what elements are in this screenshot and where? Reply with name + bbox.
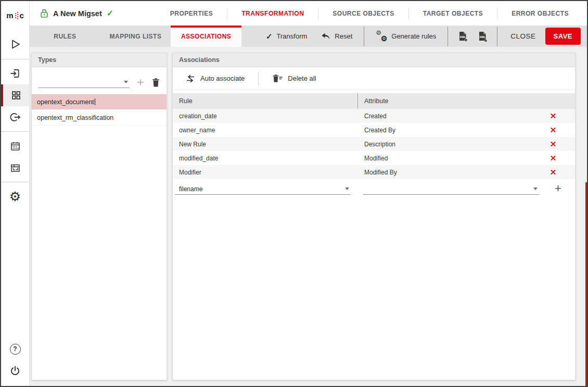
sidebar-item-help[interactable]: ? xyxy=(1,338,29,360)
new-rule-value: filename xyxy=(179,185,202,193)
scheduler-calendar-icon xyxy=(10,141,21,152)
chevron-down-icon xyxy=(124,81,128,83)
toolbar-separator xyxy=(364,27,364,46)
associations-toolbar: Auto associate Delete all xyxy=(173,67,575,90)
delete-association-button[interactable]: ✕ xyxy=(550,154,557,163)
delete-association-button[interactable]: ✕ xyxy=(550,126,557,134)
close-button[interactable]: CLOSE xyxy=(502,32,544,40)
xml-download-icon: XML xyxy=(477,31,488,42)
sidebar-bottom-group: ? xyxy=(1,338,29,386)
rule-cell: New Rule xyxy=(173,141,358,148)
tab-source-objects[interactable]: SOURCE OBJECTS xyxy=(318,10,408,17)
new-attribute-select[interactable] xyxy=(363,182,539,195)
run-icon xyxy=(9,39,21,50)
transformation-toolbar: RULES MAPPING LISTS ASSOCIATIONS ✓ Trans… xyxy=(30,26,587,47)
associations-toolbar-separator xyxy=(258,72,259,85)
delete-sweep-icon xyxy=(272,74,283,83)
association-row: owner_name Created By ✕ xyxy=(173,123,575,137)
text-caret xyxy=(95,98,95,105)
power-icon xyxy=(9,365,21,377)
sidebar: m c xyxy=(1,1,30,386)
associations-panel-title: Associations xyxy=(173,53,575,67)
tab-properties[interactable]: PROPERTIES xyxy=(156,10,227,17)
types-list: opentext_document opentext_rm_classifica… xyxy=(32,94,167,126)
sidebar-item-logout[interactable] xyxy=(1,360,29,382)
application-window: m c xyxy=(0,0,588,387)
save-button[interactable]: SAVE xyxy=(545,28,581,45)
tab-associations[interactable]: ASSOCIATIONS xyxy=(171,26,241,47)
tab-target-objects[interactable]: TARGET OBJECTS xyxy=(409,10,497,17)
lock-icon xyxy=(40,8,48,18)
reset-undo-icon xyxy=(321,32,330,40)
toolbar-separator xyxy=(448,27,448,46)
type-list-item[interactable]: opentext_document xyxy=(32,94,167,110)
new-rule-select[interactable]: filename xyxy=(175,182,351,195)
logo-dots-icon xyxy=(14,11,19,20)
add-type-button[interactable]: + xyxy=(136,77,145,88)
auto-associate-button[interactable]: Auto associate xyxy=(180,74,250,83)
delete-all-button[interactable]: Delete all xyxy=(267,74,321,83)
delete-all-label: Delete all xyxy=(288,74,316,82)
rule-cell: owner_name xyxy=(173,127,358,134)
dashboard-icon xyxy=(10,163,21,173)
attribute-cell: Description xyxy=(358,141,531,148)
rule-cell: creation_date xyxy=(173,113,358,120)
top-header: A New Migset ✓ PROPERTIES TRANSFORMATION… xyxy=(30,1,587,26)
generate-rules-button[interactable]: ⚙ ⚙ Generate rules xyxy=(369,31,443,41)
generate-rules-gears-icon: ⚙ ⚙ xyxy=(376,31,387,41)
toolbar-actions: ✓ Transform Reset ⚙ ⚙ Generate rules xyxy=(259,27,587,46)
delete-cell: ✕ xyxy=(531,111,575,121)
valid-check-icon: ✓ xyxy=(107,8,113,18)
sidebar-item-scheduler[interactable] xyxy=(1,135,29,157)
types-panel: Types + opentext_document opentext_rm_cl… xyxy=(31,53,167,380)
tab-rules[interactable]: RULES xyxy=(30,26,100,47)
type-item-label: opentext_rm_classification xyxy=(37,114,113,121)
sidebar-item-dashboard[interactable] xyxy=(1,157,29,179)
reset-button[interactable]: Reset xyxy=(314,32,359,40)
tab-error-objects[interactable]: ERROR OBJECTS xyxy=(497,10,583,17)
export-xml-button[interactable]: XML xyxy=(453,31,472,42)
sidebar-item-migsets[interactable] xyxy=(1,84,29,106)
sidebar-group-monitoring xyxy=(1,131,29,182)
import-xml-button[interactable]: XML xyxy=(472,31,492,42)
associations-table-header: Rule Attribute xyxy=(173,93,575,109)
column-header-attribute: Attribute xyxy=(358,97,575,105)
type-list-item[interactable]: opentext_rm_classification xyxy=(32,110,167,126)
trash-icon xyxy=(151,78,160,88)
add-association-button[interactable]: + xyxy=(555,183,561,194)
transform-button[interactable]: ✓ Transform xyxy=(259,32,314,41)
association-row: modified_date Modified ✕ xyxy=(173,151,575,165)
app-logo: m c xyxy=(1,1,29,30)
sidebar-item-import[interactable] xyxy=(1,63,29,84)
delete-association-button[interactable]: ✕ xyxy=(550,111,557,120)
logo-left: m xyxy=(6,11,13,20)
migset-name: A New Migset xyxy=(53,9,102,18)
delete-cell: ✕ xyxy=(531,140,575,149)
sidebar-item-run[interactable] xyxy=(1,30,29,59)
toolbar-separator xyxy=(497,27,497,46)
sidebar-item-settings[interactable]: ⚙ xyxy=(1,185,29,207)
chevron-down-icon xyxy=(533,188,538,190)
svg-text:XML: XML xyxy=(460,35,466,38)
delete-association-button[interactable]: ✕ xyxy=(550,140,557,148)
tab-transformation[interactable]: TRANSFORMATION xyxy=(227,10,318,17)
migsets-grid-icon xyxy=(11,90,21,101)
main-tabs: PROPERTIES TRANSFORMATION SOURCE OBJECTS… xyxy=(156,1,587,26)
associations-panel: Associations Auto associate Delete al xyxy=(172,53,576,380)
association-row: Modifier Modified By ✕ xyxy=(173,165,575,179)
sidebar-item-export[interactable] xyxy=(1,106,29,128)
chevron-down-icon xyxy=(345,188,349,190)
attribute-cell: Created By xyxy=(358,127,531,134)
tab-mapping-lists[interactable]: MAPPING LISTS xyxy=(100,26,171,47)
type-select-combobox[interactable] xyxy=(38,76,130,88)
delete-type-button[interactable] xyxy=(151,78,160,88)
delete-cell: ✕ xyxy=(531,154,575,163)
settings-gear-icon: ⚙ xyxy=(9,190,21,203)
sidebar-spacer xyxy=(1,210,29,338)
attribute-cell: Created xyxy=(358,113,531,120)
delete-association-button[interactable]: ✕ xyxy=(550,168,557,177)
rule-cell: modified_date xyxy=(173,155,358,162)
import-icon xyxy=(9,68,21,79)
compare-arrows-icon xyxy=(185,74,196,83)
attribute-cell: Modified xyxy=(358,155,531,162)
